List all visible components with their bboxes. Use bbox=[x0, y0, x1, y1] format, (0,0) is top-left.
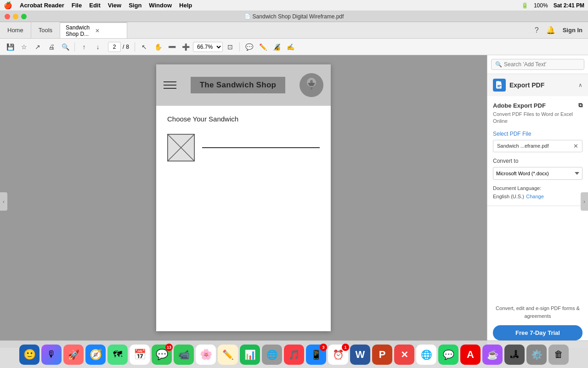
stamp-button[interactable]: 🔏 bbox=[270, 40, 283, 53]
dock-photos2[interactable]: 🏞 bbox=[504, 345, 525, 365]
dock-whatsapp[interactable]: 💬 bbox=[438, 345, 458, 365]
dock-numbers[interactable]: 📊 bbox=[240, 345, 260, 365]
fit-page-button[interactable]: ⊡ bbox=[224, 40, 237, 53]
battery-percent: 100% bbox=[534, 2, 548, 9]
copy-icon[interactable]: ⧉ bbox=[578, 102, 582, 109]
notification-icon[interactable]: 🔔 bbox=[546, 26, 555, 34]
app-name[interactable]: Acrobat Reader bbox=[16, 2, 68, 9]
separator2 bbox=[135, 42, 135, 52]
menu-edit[interactable]: Edit bbox=[85, 2, 104, 9]
tab-home[interactable]: Home bbox=[0, 22, 31, 38]
menu-sign[interactable]: Sign bbox=[125, 2, 145, 9]
dock-remotes[interactable]: 🌐 bbox=[262, 345, 282, 365]
tab-file-label: Sandwich Shop D... bbox=[66, 24, 92, 37]
titlebar: 📄 Sandwich Shop Digital Wireframe.pdf bbox=[0, 11, 588, 22]
prev-page-button[interactable]: ↑ bbox=[78, 40, 90, 53]
help-icon[interactable]: ? bbox=[535, 26, 539, 34]
menu-window[interactable]: Window bbox=[145, 2, 175, 9]
bookmark-button[interactable]: ☆ bbox=[17, 40, 30, 53]
dock-freeform[interactable]: ✏️ bbox=[218, 345, 238, 365]
select-tool[interactable]: ↖ bbox=[138, 40, 151, 53]
messages-badge: 13 bbox=[165, 344, 173, 351]
titlebar-filename: Sandwich Shop Digital Wireframe.pdf bbox=[253, 13, 344, 20]
hamburger-menu-icon[interactable] bbox=[164, 81, 176, 89]
dock-maps[interactable]: 🗺 bbox=[107, 345, 128, 365]
dock-finder[interactable]: 🙂 bbox=[19, 345, 40, 365]
remove-file-button[interactable]: ✕ bbox=[573, 143, 578, 150]
separator bbox=[74, 42, 75, 52]
export-section: Export PDF ∧ Adobe Export PDF ⧉ Convert … bbox=[487, 74, 588, 206]
minimize-button[interactable] bbox=[13, 14, 18, 19]
search-icon: 🔍 bbox=[495, 61, 502, 68]
export-header[interactable]: Export PDF ∧ bbox=[487, 74, 588, 96]
dock-facetime[interactable]: 📹 bbox=[174, 345, 194, 365]
dock-coffeecup[interactable]: ☕ bbox=[482, 345, 503, 365]
free-trial-button[interactable]: Free 7-Day Trial bbox=[493, 325, 582, 340]
share-button[interactable]: ↗ bbox=[31, 40, 44, 53]
zoom-out-button[interactable]: ➖ bbox=[165, 40, 178, 53]
sign-in-button[interactable]: Sign In bbox=[563, 27, 582, 34]
save-button[interactable]: 💾 bbox=[4, 40, 17, 53]
dock-appstore[interactable]: 📱 3 bbox=[306, 345, 326, 365]
page-nav: / 8 bbox=[105, 42, 132, 52]
hand-tool[interactable]: ✋ bbox=[152, 40, 164, 53]
panel-search: 🔍 bbox=[487, 55, 588, 74]
dock-system[interactable]: ⚙️ bbox=[526, 345, 547, 365]
signature-button[interactable]: ✍ bbox=[284, 40, 297, 53]
search-container: 🔍 bbox=[491, 59, 584, 70]
dock-acrobat[interactable]: A bbox=[460, 345, 481, 365]
dock-chrome[interactable]: 🌐 bbox=[416, 345, 436, 365]
change-language-link[interactable]: Change bbox=[526, 194, 544, 199]
tab-file[interactable]: Sandwich Shop D... ✕ bbox=[60, 22, 127, 38]
dock-siri[interactable]: 🎙 bbox=[41, 345, 62, 365]
apple-menu[interactable]: 🍎 bbox=[4, 1, 12, 10]
dock-presentations[interactable]: P bbox=[372, 345, 392, 365]
page-number-input[interactable] bbox=[108, 42, 121, 52]
left-panel-toggle[interactable]: ‹ bbox=[0, 192, 7, 211]
dock-photos[interactable]: 🌸 bbox=[196, 345, 216, 365]
svg-point-1 bbox=[310, 80, 313, 83]
highlight-button[interactable]: ✏️ bbox=[256, 40, 269, 53]
pdf-viewer[interactable]: The Sandwich Shop Choose Your Sandwich bbox=[0, 55, 487, 348]
convert-to-select[interactable]: Microsoft Word (*.docx) Microsoft Excel … bbox=[493, 167, 582, 180]
zoom-select[interactable]: 66.7% 50% 75% 100% bbox=[193, 42, 223, 52]
menu-help[interactable]: Help bbox=[175, 2, 196, 9]
dock-xmind[interactable]: ✕ bbox=[394, 345, 414, 365]
dock-clock[interactable]: ⏰ 1 bbox=[328, 345, 348, 365]
right-panel-toggle[interactable]: › bbox=[581, 192, 588, 211]
comment-button[interactable]: 💬 bbox=[243, 40, 255, 53]
time-display: Sat 2:41 PM bbox=[554, 2, 584, 9]
export-chevron-icon[interactable]: ∧ bbox=[578, 82, 582, 88]
dock-safari[interactable]: 🧭 bbox=[85, 345, 106, 365]
zoom-out-tool[interactable]: 🔍 bbox=[59, 40, 72, 53]
close-button[interactable] bbox=[5, 14, 10, 19]
window-controls[interactable] bbox=[5, 14, 27, 19]
content-heading: Choose Your Sandwich bbox=[167, 115, 320, 123]
menu-file[interactable]: File bbox=[68, 2, 85, 9]
dock-music[interactable]: 🎵 bbox=[284, 345, 304, 365]
image-placeholder bbox=[167, 134, 195, 161]
dock-word[interactable]: W bbox=[350, 345, 370, 365]
svg-rect-2 bbox=[311, 87, 312, 90]
maximize-button[interactable] bbox=[21, 14, 27, 19]
menu-view[interactable]: View bbox=[104, 2, 125, 9]
file-chip: Sandwich ...eframe.pdf ✕ bbox=[493, 140, 582, 152]
dock-messages[interactable]: 💬 13 bbox=[152, 345, 172, 365]
tab-tools[interactable]: Tools bbox=[31, 22, 60, 38]
adobe-export-desc: Convert PDF Files to Word or Excel Onlin… bbox=[493, 111, 582, 125]
select-pdf-label[interactable]: Select PDF File bbox=[493, 131, 582, 137]
next-page-button[interactable]: ↓ bbox=[91, 40, 104, 53]
appstore-badge: 3 bbox=[320, 344, 327, 351]
doc-lang-label: Document Language: bbox=[493, 185, 582, 191]
search-input[interactable] bbox=[504, 61, 580, 68]
tabbar-actions: ? 🔔 Sign In bbox=[529, 22, 588, 38]
menubar-right: 🔋 100% Sat 2:41 PM bbox=[521, 2, 584, 9]
tab-close-button[interactable]: ✕ bbox=[95, 28, 122, 34]
dock-trash[interactable]: 🗑 bbox=[548, 345, 569, 365]
dock-calendar[interactable]: 📅 bbox=[130, 345, 150, 365]
print-button[interactable]: 🖨 bbox=[45, 40, 58, 53]
site-title: The Sandwich Shop bbox=[191, 77, 286, 93]
user-avatar[interactable] bbox=[300, 73, 323, 97]
dock-launchpad[interactable]: 🚀 bbox=[63, 345, 84, 365]
zoom-in-button[interactable]: ➕ bbox=[179, 40, 192, 53]
